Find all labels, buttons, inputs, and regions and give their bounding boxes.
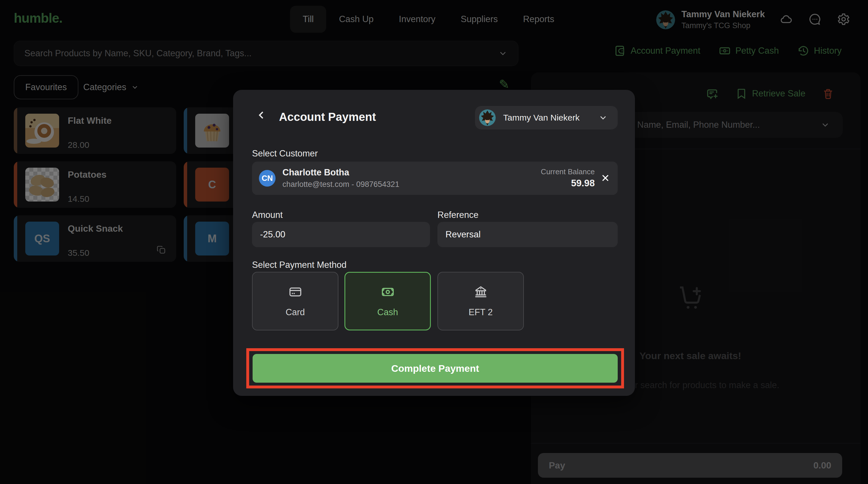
- customer-contact: charlotte@test.com - 0987654321: [282, 180, 399, 189]
- select-payment-method-label: Select Payment Method: [252, 260, 346, 270]
- customer-name: Charlotte Botha: [282, 168, 349, 178]
- credit-card-icon: [288, 285, 303, 299]
- cashier-dropdown[interactable]: Tammy Van Niekerk: [475, 106, 618, 129]
- back-chevron-icon[interactable]: [255, 109, 268, 121]
- customer-initials-avatar: CN: [259, 170, 276, 187]
- current-balance-label: Current Balance: [541, 168, 595, 176]
- reference-label: Reference: [437, 210, 478, 220]
- amount-label: Amount: [252, 210, 283, 220]
- annotation-highlight-box: Complete Payment: [246, 348, 624, 388]
- complete-payment-button[interactable]: Complete Payment: [253, 354, 618, 383]
- account-payment-modal: Account Payment Tammy Van Niekerk Select…: [233, 90, 635, 396]
- bank-icon: [474, 285, 488, 299]
- chevron-down-icon: [598, 113, 608, 123]
- payment-method-label: EFT 2: [469, 307, 493, 317]
- payment-method-card[interactable]: Card: [252, 272, 338, 330]
- cashier-name: Tammy Van Niekerk: [503, 113, 598, 123]
- selected-customer-card: CN Charlotte Botha charlotte@test.com - …: [252, 162, 618, 195]
- close-icon[interactable]: [600, 173, 611, 183]
- modal-title: Account Payment: [279, 111, 376, 123]
- payment-method-cash[interactable]: Cash: [344, 272, 431, 330]
- amount-input[interactable]: [252, 222, 430, 247]
- payment-method-eft-2[interactable]: EFT 2: [437, 272, 524, 330]
- payment-method-label: Cash: [377, 307, 398, 317]
- reference-input[interactable]: [437, 222, 618, 247]
- avatar: [479, 110, 496, 126]
- payment-method-label: Card: [286, 307, 305, 317]
- current-balance-value: 59.98: [571, 178, 595, 189]
- select-customer-label: Select Customer: [252, 148, 318, 159]
- banknote-icon: [381, 285, 395, 299]
